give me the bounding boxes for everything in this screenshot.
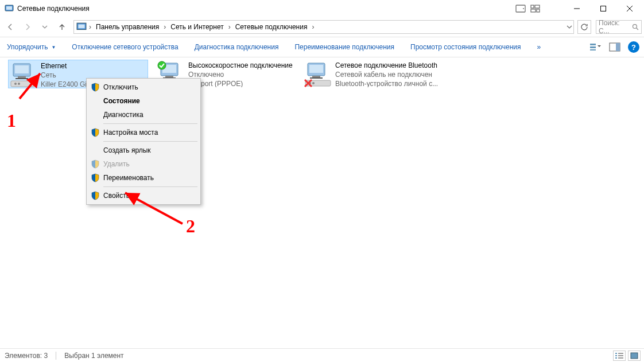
conn-device: Bluetooth-устройство личной с... [335,79,438,87]
conn-device: Miniport (PPPOE) [188,79,293,87]
app-icon [5,4,14,13]
back-button[interactable] [2,19,18,35]
window-title: Сетевые подключения [17,5,90,13]
extension-icons [515,5,541,13]
shield-icon [91,128,100,137]
minimize-button[interactable] [564,0,590,17]
shield-icon [91,173,100,182]
tiles-icon[interactable] [530,5,541,13]
selection-info: Выбран 1 элемент [64,352,123,360]
svg-point-10 [523,8,524,9]
svg-rect-12 [535,5,540,8]
svg-rect-33 [631,353,638,359]
chevron-down-icon[interactable] [567,24,572,30]
chevron-down-icon: ▼ [51,45,56,50]
status-bar: Элементов: 3 Выбран 1 элемент [0,348,644,362]
chevron-right-icon[interactable]: › [162,23,167,31]
refresh-button[interactable] [577,20,591,34]
network-adapter-icon [304,61,332,88]
svg-rect-19 [590,44,596,45]
shield-icon [91,83,100,92]
control-panel-icon [76,22,87,32]
svg-rect-23 [616,43,620,51]
up-button[interactable] [54,19,70,35]
svg-rect-14 [537,9,540,12]
check-overlay-icon [157,61,166,70]
conn-status: Сетевой кабель не подключен [335,70,438,79]
svg-rect-27 [615,353,617,354]
recent-button[interactable] [37,19,53,35]
maximize-button[interactable] [590,0,616,17]
view-status-button[interactable]: Просмотр состояния подключения [408,42,523,52]
svg-line-26 [125,193,183,224]
search-input[interactable]: Поиск: С... [596,20,642,34]
items-count: Элементов: 3 [5,352,48,360]
separator [103,141,197,142]
svg-rect-17 [78,25,84,29]
conn-name: Сетевое подключение Bluetooth [335,61,438,70]
context-menu: Отключить Состояние Диагностика Настройк… [86,78,201,205]
ctx-shortcut[interactable]: Создать ярлык [88,143,199,157]
diagnose-button[interactable]: Диагностика подключения [192,42,281,52]
svg-line-25 [20,73,40,99]
chevron-right-icon[interactable]: › [88,23,92,31]
tablet-icon[interactable] [515,5,526,13]
svg-rect-32 [618,357,623,359]
command-bar: Упорядочить ▼ Отключение сетевого устрой… [0,37,644,57]
breadcrumb-item[interactable]: Сетевые подключения [232,21,311,33]
svg-rect-21 [590,49,596,50]
error-overlay-icon [304,79,312,87]
ctx-diagnose[interactable]: Диагностика [88,108,199,122]
annotation-arrow-1 [15,69,49,103]
content-area: Ethernet Сеть Killer E2400 Gi... Высокос… [0,57,644,348]
rename-button[interactable]: Переименование подключения [292,42,397,52]
ctx-bridge[interactable]: Настройка моста [88,126,199,139]
svg-rect-28 [618,353,623,354]
conn-name: Высокоскоростное подключение [188,61,293,70]
svg-rect-15 [601,6,606,11]
svg-rect-13 [531,9,536,12]
chevron-right-icon[interactable]: › [311,23,315,31]
forward-button[interactable] [20,19,36,35]
separator [103,186,197,187]
view-details-button[interactable] [613,351,626,361]
svg-rect-31 [615,357,617,359]
view-large-button[interactable] [628,351,641,361]
close-button[interactable] [616,0,643,17]
more-button[interactable]: » [535,42,544,52]
view-options-button[interactable] [589,41,602,53]
conn-status: Отключено [188,70,293,79]
conn-item-bluetooth[interactable]: Сетевое подключение Bluetooth Сетевой ка… [303,60,443,88]
separator [103,123,197,124]
shield-icon [91,159,100,169]
title-bar: Сетевые подключения [0,0,644,17]
disable-device-button[interactable]: Отключение сетевого устройства [69,42,180,52]
breadcrumb-item[interactable]: Сеть и Интернет [167,21,227,33]
svg-rect-29 [615,355,617,356]
shield-icon [91,191,100,200]
svg-point-24 [158,61,166,69]
search-icon [632,24,639,30]
ctx-disable[interactable]: Отключить [88,80,199,94]
ctx-status[interactable]: Состояние [88,94,199,108]
organize-button[interactable]: Упорядочить ▼ [5,42,58,52]
annotation-arrow-2 [119,189,188,229]
ctx-rename[interactable]: Переименовать [88,171,199,185]
ctx-delete: Удалить [88,157,199,171]
preview-pane-button[interactable] [608,41,621,53]
breadcrumb[interactable]: › Панель управления › Сеть и Интернет › … [73,20,574,34]
svg-point-18 [633,25,637,29]
search-placeholder: Поиск: С... [599,19,632,35]
svg-rect-30 [618,355,623,356]
svg-rect-11 [531,5,534,8]
breadcrumb-item[interactable]: Панель управления [92,21,162,33]
nav-bar: › Панель управления › Сеть и Интернет › … [0,17,644,37]
svg-rect-8 [6,6,12,10]
annotation-label-2: 2 [186,216,195,237]
annotation-label-1: 1 [7,110,16,131]
svg-rect-20 [590,46,596,48]
help-button[interactable]: ? [628,41,639,53]
chevron-right-icon[interactable]: › [227,23,232,31]
